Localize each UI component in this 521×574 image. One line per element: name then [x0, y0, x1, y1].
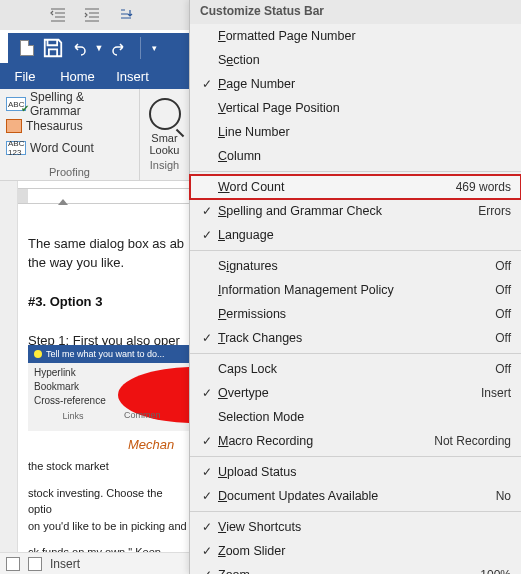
tell-me-text: Tell me what you want to do...	[46, 349, 165, 359]
sort-icon[interactable]	[118, 8, 134, 22]
doc-paragraph: The same dialog box as ab the way you li…	[28, 235, 189, 273]
menu-item-vertical-page-position[interactable]: Vertical Page Position	[190, 96, 521, 120]
save-icon[interactable]	[42, 37, 64, 59]
menu-item-value: Off	[495, 307, 511, 321]
menu-item-value: Not Recording	[434, 434, 511, 448]
magnifier-icon	[149, 98, 181, 130]
spelling-grammar-button[interactable]: ABC✔ Spelling & Grammar	[6, 93, 133, 115]
menu-item-information-management-policy[interactable]: Information Management PolicyOff	[190, 278, 521, 302]
horizontal-ruler[interactable]	[18, 188, 189, 204]
quick-access-toolbar: ▼ ▾	[8, 33, 189, 63]
menu-item-formatted-page-number[interactable]: Formatted Page Number	[190, 24, 521, 48]
menu-item-label: Macro Recording	[218, 434, 434, 448]
redo-icon[interactable]	[108, 37, 130, 59]
menu-item-value: 100%	[480, 568, 511, 574]
menu-item-value: Off	[495, 362, 511, 376]
word-count-button[interactable]: ABC123 Word Count	[6, 137, 133, 159]
menu-item-label: Zoom	[218, 568, 480, 574]
menu-item-label: Zoom Slider	[218, 544, 511, 558]
mini-bookmark: Bookmark	[34, 381, 112, 395]
tell-me-bar: Tell me what you want to do...	[28, 345, 189, 363]
tab-insert[interactable]: Insert	[105, 63, 160, 89]
indent-decrease-icon[interactable]	[50, 8, 66, 22]
menu-item-language[interactable]: ✓Language	[190, 223, 521, 247]
menu-separator	[190, 353, 521, 354]
checkmark-icon: ✓	[196, 228, 218, 242]
checkmark-icon: ✓	[196, 204, 218, 218]
indent-increase-icon[interactable]	[84, 8, 100, 22]
menu-item-line-number[interactable]: Line Number	[190, 120, 521, 144]
menu-item-spelling-and-grammar-check[interactable]: ✓Spelling and Grammar CheckErrors	[190, 199, 521, 223]
qat-customize-icon[interactable]: ▾	[140, 37, 162, 59]
menu-item-label: Language	[218, 228, 511, 242]
menu-item-label: View Shortcuts	[218, 520, 511, 534]
checkmark-icon: ✓	[196, 568, 218, 574]
word-app-icon[interactable]	[16, 37, 38, 59]
undo-dropdown-icon[interactable]: ▼	[94, 37, 104, 59]
thesaurus-button[interactable]: Thesaurus	[6, 115, 133, 137]
menu-item-caps-lock[interactable]: Caps LockOff	[190, 357, 521, 381]
menu-item-macro-recording[interactable]: ✓Macro RecordingNot Recording	[190, 429, 521, 453]
menu-item-label: Permissions	[218, 307, 495, 321]
menu-item-upload-status[interactable]: ✓Upload Status	[190, 460, 521, 484]
smart-l2: Looku	[150, 144, 180, 156]
menu-item-track-changes[interactable]: ✓Track ChangesOff	[190, 326, 521, 350]
menu-item-permissions[interactable]: PermissionsOff	[190, 302, 521, 326]
menu-item-label: Word Count	[218, 180, 456, 194]
book-icon	[6, 119, 22, 133]
menu-title: Customize Status Bar	[190, 0, 521, 24]
proofing-group-label: Proofing	[0, 166, 139, 178]
checkmark-icon: ✓	[196, 465, 218, 479]
smart-lookup-button[interactable]: SmarLooku Insigh	[140, 89, 189, 180]
menu-item-value: Off	[495, 259, 511, 273]
menu-item-label: Upload Status	[218, 465, 511, 479]
status-bar[interactable]: Insert	[0, 552, 189, 574]
titlebar-fragment	[0, 0, 189, 30]
tab-home[interactable]: Home	[50, 63, 105, 89]
overtype-status[interactable]: Insert	[50, 557, 80, 571]
menu-separator	[190, 511, 521, 512]
checkmark-icon: ✓	[196, 77, 218, 91]
menu-item-value: 469 words	[456, 180, 511, 194]
thesaurus-label: Thesaurus	[26, 119, 83, 133]
mech-text: Mechan	[28, 437, 189, 452]
menu-item-zoom[interactable]: ✓Zoom100%	[190, 563, 521, 574]
menu-separator	[190, 456, 521, 457]
menu-item-word-count[interactable]: Word Count469 words	[190, 175, 521, 199]
menu-item-column[interactable]: Column	[190, 144, 521, 168]
checkmark-icon: ✓	[196, 520, 218, 534]
menu-item-value: Off	[495, 283, 511, 297]
menu-item-label: Caps Lock	[218, 362, 495, 376]
menu-item-label: Column	[218, 149, 511, 163]
menu-item-value: Errors	[478, 204, 511, 218]
insights-group-label: Insigh	[150, 159, 179, 171]
doc-line: on you'd like to be in picking and	[28, 518, 189, 535]
tab-file[interactable]: File	[0, 63, 50, 89]
menu-item-signatures[interactable]: SignaturesOff	[190, 254, 521, 278]
menu-item-label: Vertical Page Position	[218, 101, 511, 115]
mini-links-label: Links	[34, 411, 112, 425]
menu-item-page-number[interactable]: ✓Page Number	[190, 72, 521, 96]
menu-item-section[interactable]: Section	[190, 48, 521, 72]
doc-line: stock investing. Choose the optio	[28, 485, 189, 518]
menu-item-label: Document Updates Available	[218, 489, 496, 503]
undo-icon[interactable]	[68, 37, 90, 59]
menu-item-document-updates-available[interactable]: ✓Document Updates AvailableNo	[190, 484, 521, 508]
ribbon-tabs: File Home Insert	[0, 63, 189, 89]
menu-item-view-shortcuts[interactable]: ✓View Shortcuts	[190, 515, 521, 539]
menu-item-zoom-slider[interactable]: ✓Zoom Slider	[190, 539, 521, 563]
menu-item-label: Signatures	[218, 259, 495, 273]
ribbon-panel: ABC✔ Spelling & Grammar Thesaurus ABC123…	[0, 89, 189, 181]
page-icon[interactable]	[6, 557, 20, 571]
doc-line: the stock market	[28, 458, 189, 475]
macro-rec-icon[interactable]	[28, 557, 42, 571]
menu-item-selection-mode[interactable]: Selection Mode	[190, 405, 521, 429]
menu-item-label: Selection Mode	[218, 410, 511, 424]
menu-item-value: Off	[495, 331, 511, 345]
wordcount-icon: ABC123	[6, 141, 26, 155]
smart-l1: Smar	[151, 132, 177, 144]
menu-item-label: Section	[218, 53, 511, 67]
menu-item-overtype[interactable]: ✓OvertypeInsert	[190, 381, 521, 405]
menu-item-value: No	[496, 489, 511, 503]
menu-item-label: Line Number	[218, 125, 511, 139]
